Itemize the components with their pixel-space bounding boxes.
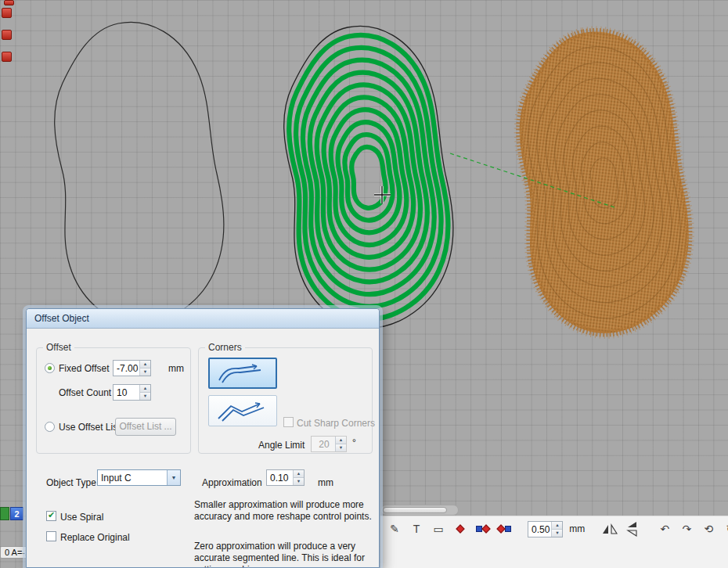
offset-count-value[interactable]: 10 (114, 385, 139, 400)
diamond-glyph (496, 524, 505, 533)
flip-horizontal-icon[interactable] (602, 520, 618, 537)
spin-down-button[interactable] (336, 444, 346, 451)
stitch-spacing-unit: mm (569, 523, 585, 534)
rounded-corners-icon (215, 362, 270, 384)
use-spiral-label: Use Spiral (60, 512, 103, 523)
scrollbar-thumb[interactable] (383, 507, 447, 513)
toolbar-row: ✎ T ▭ 0.50 mm ↶ ↷ ⟲ ↻ (380, 516, 728, 541)
cut-sharp-corners-label: Cut Sharp Corners (297, 418, 375, 429)
spin-down-button[interactable] (552, 530, 562, 537)
layer-badge[interactable]: 2 (10, 507, 23, 520)
square-glyph (505, 526, 511, 532)
stitch-spacing-value[interactable]: 0.50 (528, 522, 551, 537)
left-toolbar-icon[interactable] (2, 52, 12, 62)
object-type-label: Object Type (46, 477, 96, 488)
left-toolbar-icon[interactable] (2, 30, 12, 40)
diamond-glyph (481, 524, 490, 533)
approximation-help-text: Smaller approximation will produce more … (194, 499, 374, 523)
sharp-corners-icon (215, 400, 270, 422)
spin-down-button[interactable] (140, 368, 150, 376)
pencil-tool-icon[interactable]: ✎ (387, 520, 402, 537)
stitched-shape[interactable] (520, 31, 689, 333)
rounded-corners-button[interactable] (208, 358, 277, 389)
shape-tool-icon[interactable]: ▭ (431, 520, 446, 537)
spin-down-button[interactable] (140, 393, 150, 400)
offset-group-label: Offset (43, 342, 74, 353)
corners-group-label: Corners (205, 342, 245, 353)
fixed-offset-radio[interactable] (45, 363, 55, 373)
outline-shape[interactable] (55, 22, 224, 324)
rotate-left-icon[interactable]: ↶ (657, 520, 672, 537)
use-spiral-checkbox[interactable] (46, 511, 56, 521)
fixed-offset-label: Fixed Offset (59, 363, 109, 374)
color-swatch-green[interactable] (0, 507, 9, 520)
stitch-spacing-spinner[interactable]: 0.50 (528, 521, 563, 537)
approximation-spinner[interactable]: 0.10 (266, 469, 305, 486)
cut-sharp-corners-checkbox[interactable] (283, 417, 294, 427)
text-tool-icon[interactable]: T (409, 520, 424, 537)
angle-limit-label: Angle Limit (258, 440, 305, 451)
spin-up-button[interactable] (140, 361, 150, 368)
fixed-offset-value[interactable]: -7.00 (114, 361, 139, 376)
rotate-right-icon[interactable]: ↷ (679, 520, 694, 537)
sharp-corners-button[interactable] (208, 395, 277, 426)
object-type-combobox[interactable]: Input C (97, 469, 181, 486)
offset-object-dialog: Offset Object Offset Fixed Offset -7.00 … (26, 308, 380, 568)
crosshair-cursor (374, 186, 391, 203)
square-glyph (476, 526, 482, 532)
spinner-buttons (139, 385, 150, 400)
fixed-offset-unit: mm (168, 363, 184, 374)
flip-vertical-icon[interactable] (624, 520, 640, 537)
spin-up-button[interactable] (140, 385, 150, 393)
corners-group: Corners Cut Sharp Corners Angle Limit 20… (198, 347, 373, 454)
spin-up-button[interactable] (552, 522, 562, 530)
offset-count-label: Offset Count (59, 387, 111, 398)
offset-count-spinner[interactable]: 10 (113, 384, 151, 401)
offset-group: Offset Fixed Offset -7.00 mm Offset Coun… (36, 347, 191, 454)
spinner-buttons (551, 522, 562, 537)
use-offset-list-label: Use Offset List (59, 422, 120, 433)
spin-up-button[interactable] (336, 437, 346, 444)
bottom-toolbar: ✎ T ▭ 0.50 mm ↶ ↷ ⟲ ↻ (380, 516, 728, 568)
angle-limit-spinner[interactable]: 20 (311, 436, 347, 452)
replace-original-checkbox[interactable] (46, 531, 56, 541)
spin-down-button[interactable] (294, 478, 304, 485)
blue-square-red-diamond-icon[interactable] (474, 520, 490, 537)
fixed-offset-spinner[interactable]: -7.00 (113, 360, 151, 376)
object-type-value: Input C (98, 470, 167, 485)
red-diamond-blue-square-icon[interactable] (496, 520, 512, 537)
spinner-buttons (335, 437, 346, 451)
approximation-value[interactable]: 0.10 (267, 470, 293, 485)
dialog-title: Offset Object (34, 313, 89, 324)
rotate-ccw-icon[interactable]: ⟲ (701, 520, 716, 537)
horizontal-scrollbar[interactable] (380, 505, 459, 516)
spinner-buttons (293, 470, 304, 485)
approximation-label: Approximation (202, 477, 262, 488)
zero-approximation-help-text: Zero approximation will produce a very a… (194, 541, 374, 568)
spin-up-button[interactable] (294, 470, 304, 478)
rotate-cw-icon[interactable]: ↻ (723, 520, 728, 537)
diamond-glyph (456, 524, 464, 533)
use-offset-list-radio[interactable] (45, 422, 55, 432)
red-diamond-icon[interactable] (452, 520, 468, 537)
offset-spiral-shape[interactable] (284, 26, 453, 328)
angle-limit-unit: ° (352, 437, 356, 448)
offset-list-button[interactable]: Offset List ... (115, 418, 176, 436)
approximation-unit: mm (318, 477, 333, 488)
angle-limit-value[interactable]: 20 (312, 437, 335, 451)
chevron-down-icon[interactable] (167, 470, 180, 485)
dialog-titlebar[interactable]: Offset Object (27, 309, 379, 329)
left-toolbar-icon[interactable] (4, 0, 14, 5)
left-toolbar-icon[interactable] (2, 8, 12, 18)
spinner-buttons (139, 361, 150, 376)
replace-original-label: Replace Original (60, 532, 130, 543)
